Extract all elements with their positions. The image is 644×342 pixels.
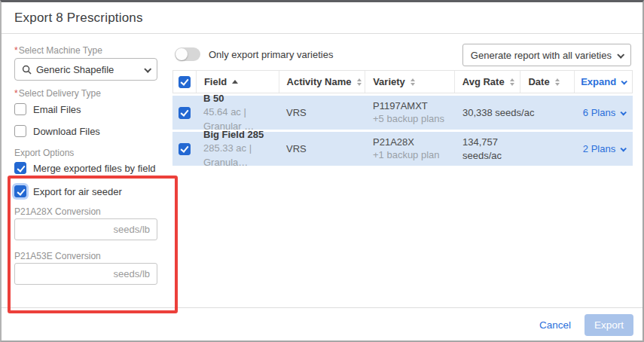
required-asterisk: * bbox=[14, 45, 18, 56]
sort-icon bbox=[510, 78, 514, 86]
machine-type-select[interactable]: Generic Shapefile bbox=[14, 58, 157, 81]
variety-name: P1197AMXT bbox=[373, 99, 455, 113]
checkbox-unchecked[interactable] bbox=[14, 125, 26, 137]
email-files-label: Email Files bbox=[33, 104, 81, 115]
sort-ascending-icon bbox=[232, 80, 238, 84]
export-options-label: Export Options bbox=[14, 148, 74, 158]
plans-expand-link[interactable]: 2 Plans bbox=[575, 132, 633, 166]
column-header-variety[interactable]: Variety bbox=[365, 71, 455, 93]
delivery-type-label: *Select Delivery Type bbox=[14, 88, 101, 99]
activity-cell: VRS bbox=[279, 96, 365, 130]
date-cell bbox=[521, 132, 575, 166]
download-files-checkbox[interactable]: Download Files bbox=[14, 125, 100, 137]
sort-icon bbox=[357, 78, 362, 86]
generate-report-dropdown[interactable]: Generate report with all varieties bbox=[462, 44, 631, 66]
checkbox-checked[interactable] bbox=[179, 107, 191, 119]
export-button[interactable]: Export bbox=[584, 314, 633, 336]
field-subtext: 285.33 ac | Granula… bbox=[203, 142, 279, 169]
variety-cell: P1197AMXT +5 backup plans bbox=[365, 96, 455, 130]
export-prescriptions-modal: Export 8 Prescriptions *Select Machine T… bbox=[0, 0, 644, 342]
primary-varieties-toggle[interactable]: Only export primary varieties bbox=[175, 47, 333, 61]
cancel-button[interactable]: Cancel bbox=[539, 319, 571, 331]
air-seeder-checkbox[interactable]: Export for air seeder bbox=[14, 185, 122, 197]
conversion-1-input[interactable] bbox=[14, 218, 157, 240]
machine-type-value: Generic Shapefile bbox=[36, 64, 145, 75]
conversion-1-label: P21A28X Conversion bbox=[14, 206, 101, 217]
checkbox-unchecked[interactable] bbox=[14, 103, 26, 115]
modal-footer: Cancel Export bbox=[2, 307, 642, 341]
email-files-checkbox[interactable]: Email Files bbox=[14, 103, 81, 115]
select-all-checkbox[interactable] bbox=[173, 71, 197, 93]
sort-icon bbox=[411, 78, 415, 86]
checkbox-checked[interactable] bbox=[14, 185, 26, 197]
air-seeder-label: Export for air seeder bbox=[33, 186, 122, 197]
conversion-2-label: P21A53E Conversion bbox=[14, 251, 101, 261]
conversion-2-input[interactable] bbox=[14, 263, 157, 285]
expand-all-link[interactable]: Expand bbox=[575, 71, 632, 93]
modal-header: Export 8 Prescriptions bbox=[2, 2, 642, 34]
column-header-activity-name[interactable]: Activity Name bbox=[279, 71, 366, 93]
checkbox-checked[interactable] bbox=[179, 143, 191, 155]
table-header-row: Field Activity Name Variety Avg Rate Dat… bbox=[172, 70, 633, 93]
download-files-label: Download Files bbox=[33, 126, 100, 137]
merge-files-checkbox[interactable]: Merge exported files by field bbox=[14, 162, 156, 174]
merge-files-label: Merge exported files by field bbox=[33, 163, 156, 174]
plans-expand-link[interactable]: 6 Plans bbox=[575, 96, 633, 130]
variety-subtext: +1 backup plan bbox=[373, 148, 455, 162]
column-header-avg-rate[interactable]: Avg Rate bbox=[455, 71, 521, 93]
prescriptions-table: Field Activity Name Variety Avg Rate Dat… bbox=[172, 70, 633, 166]
table-row: B 50 45.64 ac | Granular … VRS P1197AMXT… bbox=[172, 96, 633, 130]
column-header-field[interactable]: Field bbox=[197, 71, 279, 93]
chevron-down-icon bbox=[144, 65, 151, 72]
row-checkbox[interactable] bbox=[172, 132, 196, 166]
field-cell: B 50 45.64 ac | Granular … bbox=[196, 96, 279, 130]
chevron-down-icon bbox=[621, 78, 627, 84]
toggle-knob bbox=[175, 48, 188, 60]
avg-rate-cell: 134,757 seeds/ac bbox=[455, 132, 521, 166]
variety-subtext: +5 backup plans bbox=[373, 112, 455, 126]
primary-varieties-toggle-label: Only export primary varieties bbox=[209, 49, 333, 60]
required-asterisk: * bbox=[14, 88, 18, 99]
chevron-down-icon bbox=[617, 50, 624, 58]
sort-icon bbox=[555, 78, 560, 86]
generate-report-dropdown-label: Generate report with all varieties bbox=[471, 50, 612, 61]
table-row: Big Field 285 285.33 ac | Granula… VRS P… bbox=[172, 132, 633, 166]
checkbox-checked[interactable] bbox=[14, 162, 26, 174]
activity-cell: VRS bbox=[279, 132, 365, 166]
chevron-down-icon bbox=[621, 145, 627, 151]
checkbox-checked[interactable] bbox=[179, 76, 191, 88]
machine-type-label: *Select Machine Type bbox=[14, 45, 102, 56]
chevron-down-icon bbox=[621, 109, 627, 115]
row-checkbox[interactable] bbox=[172, 96, 196, 130]
page-title: Export 8 Prescriptions bbox=[14, 11, 143, 26]
field-name: Big Field 285 bbox=[203, 128, 279, 142]
variety-name: P21A28X bbox=[373, 136, 455, 149]
field-cell: Big Field 285 285.33 ac | Granula… bbox=[196, 132, 279, 166]
column-header-date[interactable]: Date bbox=[520, 71, 575, 93]
search-icon bbox=[22, 65, 32, 75]
avg-rate-cell: 30,338 seeds/ac bbox=[455, 96, 521, 130]
date-cell bbox=[521, 96, 575, 130]
variety-cell: P21A28X +1 backup plan bbox=[365, 132, 455, 166]
toggle-off-icon[interactable] bbox=[175, 47, 200, 61]
field-name: B 50 bbox=[203, 92, 279, 105]
